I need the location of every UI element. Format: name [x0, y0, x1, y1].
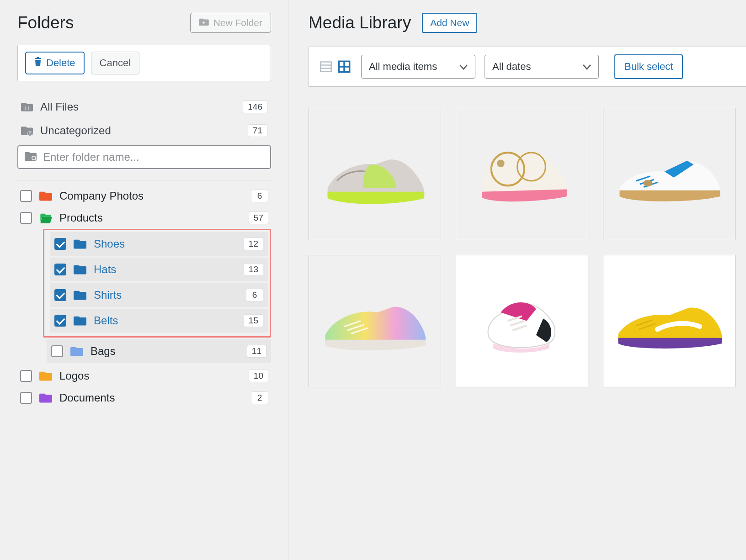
folder-label: Documents — [59, 391, 251, 404]
folder-icon — [74, 238, 86, 249]
uncategorized-item[interactable]: Uncategorized 71 — [17, 119, 271, 143]
folder-count: 6 — [251, 190, 268, 202]
folder-count: 6 — [246, 289, 263, 301]
page-title: Media Library — [309, 13, 411, 32]
media-thumbnail[interactable] — [603, 108, 735, 240]
shoe-image-icon — [465, 283, 579, 359]
new-folder-button[interactable]: New Folder — [190, 13, 271, 33]
media-thumbnail[interactable] — [456, 255, 588, 387]
sidebar-title: Folders — [17, 13, 74, 32]
svg-rect-3 — [30, 132, 31, 134]
uncategorized-count: 71 — [248, 124, 267, 137]
folder-count: 2 — [251, 391, 268, 404]
folders-sidebar: Folders New Folder Delete Cancel All Fil… — [0, 0, 289, 560]
date-filter-value: All dates — [492, 61, 531, 73]
checkbox[interactable] — [20, 370, 32, 382]
media-type-filter[interactable]: All media items — [361, 55, 475, 79]
checkbox[interactable] — [20, 392, 32, 404]
folder-icon — [70, 346, 83, 357]
folder-label: Shirts — [94, 289, 246, 301]
media-grid — [309, 108, 746, 387]
folder-search-input[interactable] — [43, 151, 264, 164]
folder-icon — [39, 190, 52, 201]
trash-icon — [34, 57, 42, 69]
checkbox[interactable] — [20, 212, 32, 224]
folder-search[interactable] — [17, 145, 271, 169]
svg-point-15 — [497, 160, 505, 168]
checkbox-checked[interactable] — [54, 264, 66, 275]
folder-label: Belts — [94, 314, 244, 327]
bulk-select-button[interactable]: Bulk select — [614, 54, 683, 79]
shoe-image-icon — [613, 136, 726, 211]
folder-count: 12 — [244, 238, 263, 250]
svg-rect-7 — [320, 62, 331, 72]
folder-label: Shoes — [94, 238, 244, 250]
grid-view-button[interactable] — [336, 60, 352, 74]
new-folder-label: New Folder — [213, 17, 262, 28]
shoe-image-icon — [318, 283, 432, 359]
divider — [17, 180, 271, 180]
folder-tree: Company Photos 6 Products 57 Shoes 12 Ha… — [17, 185, 271, 409]
chevron-down-icon — [583, 61, 591, 73]
folder-icon — [39, 392, 52, 403]
folder-label: Hats — [94, 263, 244, 276]
selected-folders-highlight: Shoes 12 Hats 13 Shirts 6 Belts 15 — [43, 229, 271, 338]
date-filter[interactable]: All dates — [485, 55, 599, 79]
add-new-button[interactable]: Add New — [422, 13, 477, 33]
list-view-button[interactable] — [318, 60, 334, 74]
checkbox[interactable] — [51, 345, 63, 357]
all-files-item[interactable]: All Files 146 — [17, 95, 271, 119]
checkbox-checked[interactable] — [54, 238, 66, 250]
folder-company-photos[interactable]: Company Photos 6 — [17, 185, 271, 207]
folder-search-icon — [25, 151, 43, 163]
filter-bar: All media items All dates Bulk select — [309, 47, 746, 87]
folder-icon — [74, 290, 86, 301]
folder-belts[interactable]: Belts 15 — [50, 309, 268, 333]
media-type-value: All media items — [369, 61, 437, 73]
shoe-image-icon — [318, 136, 432, 211]
folder-hats[interactable]: Hats 13 — [50, 258, 268, 281]
folder-toolbar: Delete Cancel — [17, 45, 271, 81]
folder-products[interactable]: Products 57 — [17, 207, 271, 229]
checkbox-checked[interactable] — [54, 289, 66, 301]
view-switch — [318, 60, 352, 74]
folder-home-icon — [21, 102, 36, 112]
folder-shirts[interactable]: Shirts 6 — [50, 283, 268, 307]
checkbox[interactable] — [20, 190, 32, 202]
shoe-image-icon — [465, 136, 579, 211]
media-thumbnail[interactable] — [309, 255, 441, 387]
folder-icon — [74, 264, 86, 275]
all-files-count: 146 — [243, 100, 267, 113]
folder-count: 15 — [244, 314, 263, 327]
media-thumbnail[interactable] — [456, 108, 588, 240]
folder-count: 10 — [249, 370, 268, 382]
folder-label: Company Photos — [59, 190, 251, 202]
cancel-label: Cancel — [100, 57, 131, 69]
checkbox-checked[interactable] — [54, 315, 66, 327]
svg-rect-4 — [30, 135, 31, 136]
folder-count: 13 — [244, 263, 263, 276]
delete-button[interactable]: Delete — [25, 52, 85, 74]
folder-label: Products — [59, 211, 249, 224]
folder-label: Bags — [91, 345, 247, 358]
cancel-button[interactable]: Cancel — [91, 52, 139, 74]
folder-bags[interactable]: Bags 11 — [47, 339, 271, 363]
folder-warning-icon — [21, 126, 36, 136]
sidebar-header: Folders New Folder — [17, 13, 271, 33]
folder-icon — [74, 315, 86, 326]
all-files-label: All Files — [40, 100, 243, 113]
folder-icon — [39, 370, 52, 381]
folder-open-icon — [39, 212, 52, 223]
delete-label: Delete — [46, 57, 75, 69]
media-thumbnail[interactable] — [309, 108, 441, 240]
folder-count: 11 — [247, 345, 266, 358]
uncategorized-label: Uncategorized — [40, 124, 248, 137]
svg-point-16 — [643, 180, 653, 186]
folder-documents[interactable]: Documents 2 — [17, 387, 271, 409]
folder-logos[interactable]: Logos 10 — [17, 365, 271, 387]
main-header: Media Library Add New — [309, 13, 746, 33]
folder-shoes[interactable]: Shoes 12 — [50, 232, 268, 256]
system-folders: All Files 146 Uncategorized 71 — [17, 95, 271, 143]
folder-plus-icon — [199, 17, 209, 28]
media-thumbnail[interactable] — [603, 255, 735, 387]
